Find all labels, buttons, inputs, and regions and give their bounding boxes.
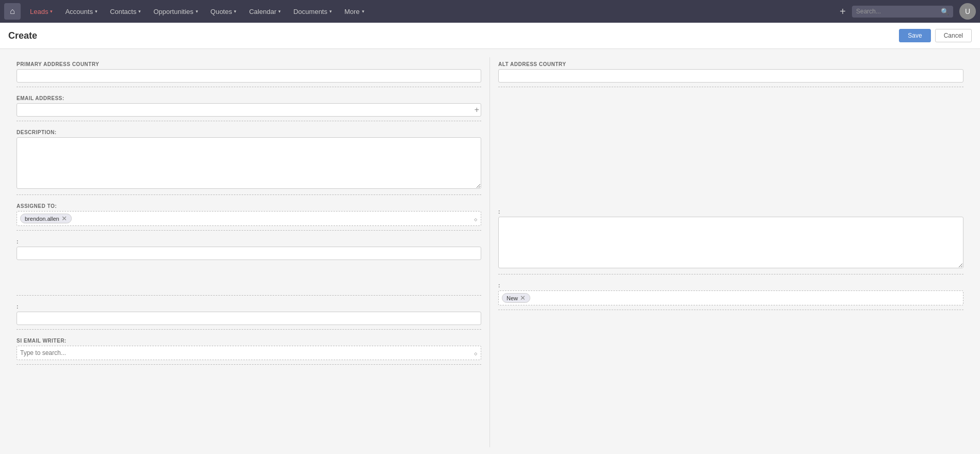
unlabeled-field-1-label: : (17, 239, 481, 245)
si-email-writer-field: SI EMAIL WRITER: ⬦ (17, 338, 481, 365)
more-chevron-icon: ▾ (362, 9, 365, 14)
more-label: More (344, 8, 360, 15)
si-email-writer-select-icon[interactable]: ⬦ (473, 349, 478, 357)
documents-label: Documents (293, 8, 327, 15)
right-unlabeled-field-2: : New ✕ (498, 283, 963, 310)
email-address-field: EMAIL ADDRESS: + (17, 95, 481, 121)
assigned-to-row[interactable]: brendon.allen ✕ ⬦ (17, 211, 481, 226)
leads-label: Leads (30, 8, 48, 15)
assigned-to-select-icon[interactable]: ⬦ (473, 215, 478, 223)
si-email-writer-row[interactable]: ⬦ (17, 346, 481, 360)
nav-item-quotes[interactable]: Quotes ▾ (206, 5, 242, 19)
contacts-chevron-icon: ▾ (138, 9, 141, 14)
opportunities-chevron-icon: ▾ (196, 9, 198, 14)
home-button[interactable]: ⌂ (4, 3, 21, 20)
primary-address-country-field: Primary Address Country (17, 61, 481, 87)
description-label: DESCRIPTION: (17, 129, 481, 135)
description-textarea[interactable] (17, 137, 481, 189)
si-email-writer-input[interactable] (20, 349, 478, 356)
right-unlabeled-label-2: : (498, 283, 963, 288)
top-navigation: ⌂ Leads ▾ Accounts ▾ Contacts ▾ Opportun… (0, 0, 980, 23)
search-bar: 🔍 (852, 6, 953, 18)
search-icon: 🔍 (941, 8, 949, 15)
home-icon: ⌂ (10, 7, 15, 16)
unlabeled-input-1[interactable] (17, 247, 481, 260)
accounts-chevron-icon: ▾ (95, 9, 98, 14)
email-address-row: + (17, 103, 481, 117)
calendar-chevron-icon: ▾ (278, 9, 281, 14)
quotes-chevron-icon: ▾ (234, 9, 236, 14)
unlabeled-field-2: : (17, 304, 481, 330)
primary-address-country-input[interactable] (17, 69, 481, 83)
avatar-text: U (965, 7, 970, 15)
right-unlabeled-field-1: : (498, 209, 963, 274)
unlabeled-input-2[interactable] (17, 312, 481, 325)
email-address-label: EMAIL ADDRESS: (17, 95, 481, 101)
calendar-label: Calendar (249, 8, 276, 15)
nav-item-more[interactable]: More ▾ (339, 5, 370, 19)
nav-item-opportunities[interactable]: Opportunities ▾ (148, 5, 203, 19)
si-email-writer-label: SI EMAIL WRITER: (17, 338, 481, 344)
assigned-to-label: ASSIGNED TO: (17, 203, 481, 209)
form-right-column: Alt Address Country : : New ✕ (490, 57, 972, 447)
nav-item-leads[interactable]: Leads ▾ (25, 5, 58, 19)
assigned-to-tag-label: brendon.allen (25, 216, 59, 222)
cancel-button[interactable]: Cancel (935, 29, 972, 42)
new-tag-label: New (507, 295, 518, 301)
assigned-to-tag: brendon.allen ✕ (20, 214, 72, 223)
opportunities-label: Opportunities (153, 8, 193, 15)
nav-item-contacts[interactable]: Contacts ▾ (105, 5, 146, 19)
form-body: Primary Address Country EMAIL ADDRESS: +… (0, 49, 980, 454)
quotes-label: Quotes (211, 8, 232, 15)
right-unlabeled-textarea[interactable] (498, 217, 963, 268)
alt-address-country-field: Alt Address Country (498, 61, 963, 87)
right-tag-row[interactable]: New ✕ (498, 290, 963, 305)
email-address-input[interactable] (17, 103, 481, 117)
page-title: Create (8, 30, 37, 41)
alt-address-country-label: Alt Address Country (498, 61, 963, 67)
assigned-to-tag-remove[interactable]: ✕ (61, 215, 67, 222)
nav-item-documents[interactable]: Documents ▾ (288, 5, 337, 19)
nav-item-accounts[interactable]: Accounts ▾ (60, 5, 102, 19)
unlabeled-field-2-label: : (17, 304, 481, 310)
right-unlabeled-label-1: : (498, 209, 963, 215)
description-field: DESCRIPTION: (17, 129, 481, 195)
documents-chevron-icon: ▾ (329, 9, 332, 14)
unlabeled-field-1: : (17, 239, 481, 296)
new-tag-remove[interactable]: ✕ (520, 295, 526, 301)
add-email-button[interactable]: + (475, 105, 479, 115)
header-actions: Save Cancel (899, 29, 972, 42)
save-button[interactable]: Save (899, 29, 930, 42)
add-record-button[interactable]: + (835, 4, 850, 20)
right-spacer-top (498, 95, 963, 209)
search-input[interactable] (856, 8, 939, 15)
accounts-label: Accounts (65, 8, 92, 15)
user-avatar[interactable]: U (959, 3, 976, 20)
page-header: Create Save Cancel (0, 23, 980, 49)
alt-address-country-input[interactable] (498, 69, 963, 83)
leads-chevron-icon: ▾ (50, 9, 53, 14)
form-left-column: Primary Address Country EMAIL ADDRESS: +… (8, 57, 490, 447)
assigned-to-field: ASSIGNED TO: brendon.allen ✕ ⬦ (17, 203, 481, 231)
contacts-label: Contacts (110, 8, 136, 15)
primary-address-country-label: Primary Address Country (17, 61, 481, 67)
nav-item-calendar[interactable]: Calendar ▾ (244, 5, 286, 19)
new-tag: New ✕ (502, 293, 530, 303)
